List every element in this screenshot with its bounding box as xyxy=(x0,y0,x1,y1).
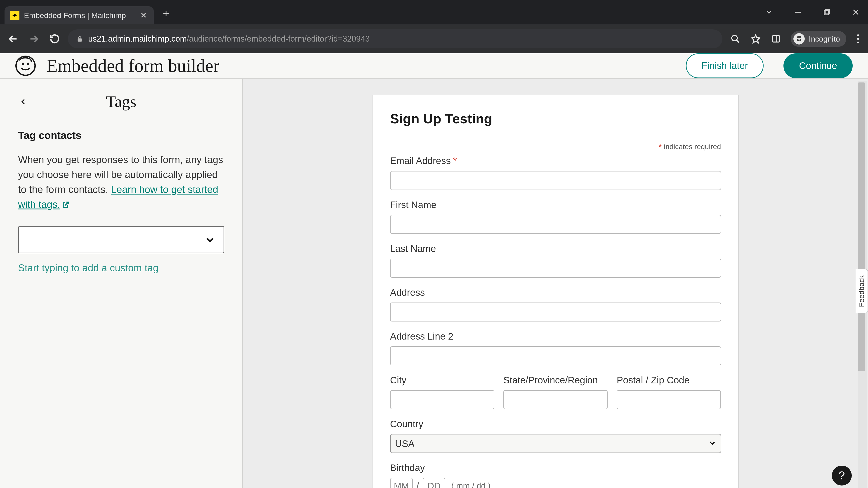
close-window-icon[interactable] xyxy=(850,7,861,18)
required-note: * indicates required xyxy=(390,142,721,152)
url-bar[interactable]: us21.admin.mailchimp.com/audience/forms/… xyxy=(68,29,722,48)
url-host: us21.admin.mailchimp.com xyxy=(88,34,187,43)
page: Embedded form builder Finish later Conti… xyxy=(0,53,868,488)
city-input[interactable] xyxy=(390,390,494,409)
birthday-hint: ( mm / dd ) xyxy=(451,481,491,488)
incognito-icon xyxy=(794,33,805,44)
svg-point-17 xyxy=(22,63,24,65)
birthday-label: Birthday xyxy=(390,462,721,473)
mailchimp-favicon: ✦ xyxy=(10,11,20,20)
url-text: us21.admin.mailchimp.com/audience/forms/… xyxy=(88,34,370,43)
sidebar: Tags Tag contacts When you get responses… xyxy=(0,79,243,488)
reload-icon[interactable] xyxy=(49,33,61,45)
country-select[interactable]: USA xyxy=(390,434,721,453)
tab-title: Embedded Forms | Mailchimp xyxy=(24,11,135,20)
email-label: Email Address* xyxy=(390,155,721,166)
birthday-separator: / xyxy=(416,480,419,488)
address2-label: Address Line 2 xyxy=(390,331,721,342)
svg-line-9 xyxy=(737,40,739,42)
state-label: State/Province/Region xyxy=(503,375,608,386)
incognito-label: Incognito xyxy=(809,35,840,43)
first-name-input[interactable] xyxy=(390,215,721,234)
finish-later-button[interactable]: Finish later xyxy=(686,53,763,78)
tab-strip: ✦ Embedded Forms | Mailchimp ✕ + xyxy=(0,0,868,24)
address-label: Address xyxy=(390,287,721,298)
maximize-icon[interactable] xyxy=(822,7,832,18)
address-input[interactable] xyxy=(390,302,721,322)
svg-point-18 xyxy=(27,63,29,65)
svg-point-8 xyxy=(732,35,737,41)
tag-contacts-label: Tag contacts xyxy=(18,129,224,141)
svg-point-16 xyxy=(16,56,35,75)
app-body: Tags Tag contacts When you get responses… xyxy=(0,78,868,488)
sidebar-title: Tags xyxy=(106,92,136,111)
form-preview-card: Sign Up Testing * indicates required Ema… xyxy=(373,95,739,488)
tag-hint-text: Start typing to add a custom tag xyxy=(18,262,224,273)
side-panel-icon[interactable] xyxy=(770,33,782,44)
nav-forward-icon[interactable] xyxy=(28,33,40,45)
svg-marker-10 xyxy=(752,35,760,43)
lock-icon[interactable] xyxy=(76,35,84,43)
svg-point-13 xyxy=(797,39,799,41)
search-icon[interactable] xyxy=(730,33,741,44)
continue-button[interactable]: Continue xyxy=(783,53,852,78)
bookmark-star-icon[interactable] xyxy=(750,33,761,44)
browser-tab[interactable]: ✦ Embedded Forms | Mailchimp ✕ xyxy=(4,6,154,24)
chevron-down-icon xyxy=(206,236,215,243)
svg-rect-11 xyxy=(772,36,780,42)
window-controls xyxy=(764,0,861,24)
svg-point-14 xyxy=(799,39,801,41)
last-name-label: Last Name xyxy=(390,243,721,254)
first-name-label: First Name xyxy=(390,199,721,210)
tag-select-dropdown[interactable] xyxy=(18,226,224,253)
tab-search-icon[interactable] xyxy=(764,7,774,18)
form-heading: Sign Up Testing xyxy=(390,111,721,127)
birthday-month-input[interactable] xyxy=(390,478,413,488)
nav-back-icon[interactable] xyxy=(7,33,19,45)
minimize-icon[interactable] xyxy=(793,7,803,18)
address-bar-row: us21.admin.mailchimp.com/audience/forms/… xyxy=(0,24,868,53)
last-name-input[interactable] xyxy=(390,259,721,278)
incognito-indicator[interactable]: Incognito xyxy=(791,31,846,47)
email-input[interactable] xyxy=(390,171,721,190)
browser-menu-icon[interactable] xyxy=(855,33,861,45)
address2-input[interactable] xyxy=(390,346,721,365)
close-tab-icon[interactable]: ✕ xyxy=(140,11,147,20)
state-input[interactable] xyxy=(503,390,608,409)
sidebar-back-button[interactable] xyxy=(18,96,29,107)
country-label: Country xyxy=(390,419,721,429)
new-tab-button[interactable]: + xyxy=(163,7,169,20)
url-path: /audience/forms/embedded-form/editor?id=… xyxy=(187,34,370,43)
external-link-icon xyxy=(62,198,70,213)
postal-label: Postal / Zip Code xyxy=(617,375,721,386)
tag-contacts-description: When you get responses to this form, any… xyxy=(18,152,224,213)
app-header: Embedded form builder Finish later Conti… xyxy=(0,53,868,78)
svg-rect-7 xyxy=(78,39,82,41)
help-button[interactable]: ? xyxy=(832,466,852,486)
feedback-tab[interactable]: Feedback xyxy=(856,269,868,313)
birthday-day-input[interactable] xyxy=(423,478,445,488)
postal-input[interactable] xyxy=(617,390,721,409)
page-title: Embedded form builder xyxy=(46,56,219,76)
mailchimp-logo-icon xyxy=(16,56,36,76)
city-label: City xyxy=(390,375,494,386)
form-canvas: Sign Up Testing * indicates required Ema… xyxy=(243,79,868,488)
